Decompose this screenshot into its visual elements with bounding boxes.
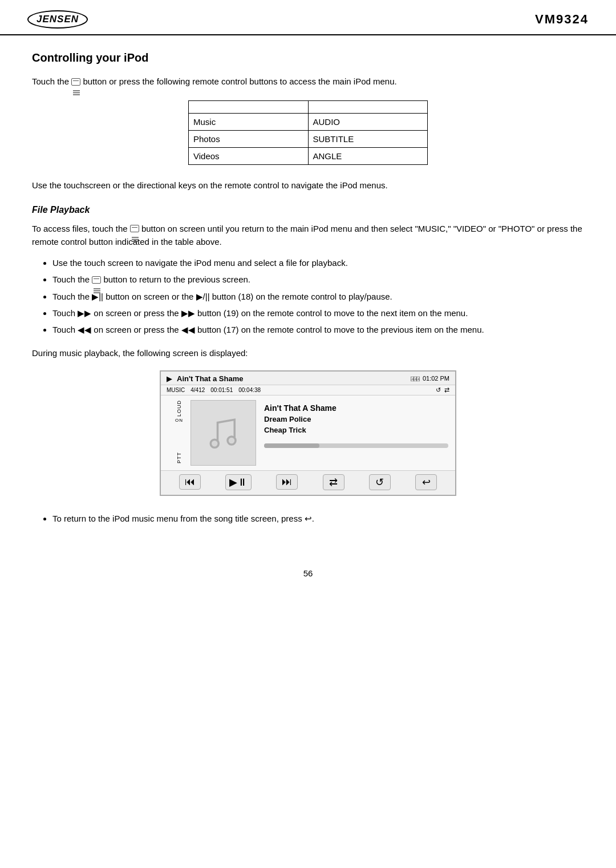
table-header-col1 [189,101,309,114]
player-topbar: ▶ Ain't That a Shame ⍈⍈⍈ 01:02 PM [161,372,455,385]
sidebar-loud-label: LOUD [176,400,182,417]
player-topbar-left: ▶ Ain't That a Shame [167,374,244,383]
list-item: Touch ▶▶ on screen or press the ▶▶ butto… [52,306,584,320]
topbar-song-title: Ain't That a Shame [177,374,244,383]
back-button[interactable]: ↩ [415,474,437,490]
sidebar-ptt: PTT [176,452,182,463]
bullet-list: Use the touch screen to navigate the iPo… [52,256,584,336]
next-button[interactable]: ⏭ [276,474,298,490]
model-number: VM9324 [535,12,589,27]
player-elapsed: 00:01:51 [210,387,233,393]
sidebar-loud: LOUD [176,400,182,417]
footer-list-item: To return to the iPod music menu from th… [52,512,584,525]
play-pause-button[interactable]: ▶⏸ [225,474,252,490]
player-container: ▶ Ain't That a Shame ⍈⍈⍈ 01:02 PM MUSIC … [32,370,584,496]
player-total: 00:04:38 [238,387,261,393]
player-info: Ain't That A Shame Dream Police Cheap Tr… [264,400,448,466]
player-infobar-right: ↺ ⇄ [436,386,449,394]
player-screen: ▶ Ain't That a Shame ⍈⍈⍈ 01:02 PM MUSIC … [160,370,456,496]
sidebar-on: ON [175,418,183,423]
file-playback-intro: To access files, touch the button on scr… [32,222,584,249]
player-album: Cheap Trick [264,426,448,434]
player-song-title: Ain't That A Shame [264,403,448,413]
file-playback-title: File Playback [32,205,584,215]
list-item: Use the touch screen to navigate the iPo… [52,256,584,269]
menu-icon-files [130,225,139,232]
player-main: LOUD ON PTT [161,395,455,468]
svg-point-9 [210,439,218,447]
player-infobar: MUSIC 4/412 00:01:51 00:04:38 ↺ ⇄ [161,385,455,395]
menu-table: Music AUDIO Photos SUBTITLE Videos ANGLE [188,100,428,165]
player-artist: Dream Police [264,415,448,423]
progress-bar-fill [264,443,319,448]
playback-note: During music playback, the following scr… [32,346,584,360]
player-controls[interactable]: ⏮ ▶⏸ ⏭ ⇄ ↺ ↩ [161,470,455,495]
list-item: Touch the ▶|| button on screen or the ▶/… [52,290,584,303]
intro-text: Touch the button or press the following … [32,75,584,88]
page-number: 56 [303,568,313,578]
table-cell-audio: AUDIO [308,114,428,131]
table-header-row [189,101,428,114]
list-item: Touch ◀◀ on screen or press the ◀◀ butto… [52,323,584,336]
list-item: Touch the button to return to the previo… [52,273,584,286]
logo: JENSEN [27,10,88,29]
page-header: JENSEN VM9324 [0,0,616,35]
topbar-time: 01:02 PM [423,375,449,382]
album-art [191,400,256,466]
signal-icon: ⍈⍈⍈ [411,376,419,382]
table-row: Videos ANGLE [189,148,428,165]
play-icon: ▶ [167,374,172,383]
footer-bullet-list: To return to the iPod music menu from th… [52,512,584,525]
main-content: Controlling your iPod Touch the button o… [0,35,616,558]
svg-point-10 [228,437,236,445]
table-cell-angle: ANGLE [308,148,428,165]
player-track: 4/412 [191,387,205,393]
table-cell-videos: Videos [189,148,309,165]
progress-bar-background [264,443,448,448]
table-row: Photos SUBTITLE [189,131,428,148]
shuffle-indicator: ⇄ [444,386,449,394]
table-cell-music: Music [189,114,309,131]
menu-icon-intro [71,78,80,86]
table-row: Music AUDIO [189,114,428,131]
player-sidebar: LOUD ON PTT [168,400,191,466]
table-cell-subtitle: SUBTITLE [308,131,428,148]
player-infobar-left: MUSIC 4/412 00:01:51 00:04:38 [167,387,261,393]
shuffle-button[interactable]: ⇄ [323,474,345,490]
music-note-icon [204,413,244,453]
repeat-button[interactable]: ↺ [369,474,391,490]
prev-button[interactable]: ⏮ [179,474,201,490]
page-footer: 56 [0,558,616,584]
table-cell-photos: Photos [189,131,309,148]
page-title: Controlling your iPod [32,51,584,64]
nav-text: Use the touchscreen or the directional k… [32,179,584,192]
player-source: MUSIC [167,387,185,393]
repeat-indicator: ↺ [436,386,441,394]
menu-icon-bullet2 [92,276,101,284]
player-topbar-right: ⍈⍈⍈ 01:02 PM [411,375,449,382]
table-header-col2 [308,101,428,114]
